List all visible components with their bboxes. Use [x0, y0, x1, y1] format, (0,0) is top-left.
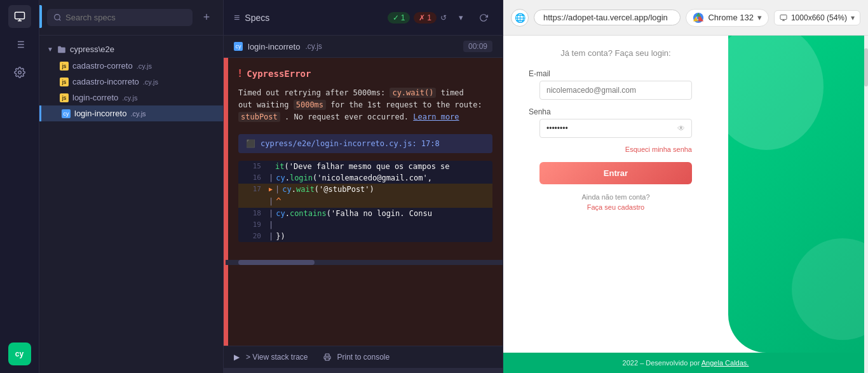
login-footer: 2022 – Desenvolvido por Angela Caldas.: [503, 353, 868, 373]
error-type: CypressError: [247, 69, 311, 79]
add-spec-button[interactable]: +: [198, 9, 215, 27]
js-file-icon: js: [60, 78, 69, 86]
code-preview: 15 it('Deve falhar mesmo que os campos s…: [238, 161, 492, 242]
file-name: login-correto: [72, 93, 118, 102]
deco-wave-2: [792, 238, 868, 340]
settings-icon-btn[interactable]: [8, 61, 31, 84]
monitor-icon-btn[interactable]: [8, 5, 31, 28]
scrollbar-thumb: [238, 260, 315, 265]
search-box[interactable]: [47, 9, 193, 26]
file-cadastro-correto[interactable]: js cadastro-correto.cy.js: [39, 58, 223, 74]
list-icon-btn[interactable]: [8, 33, 31, 56]
cypress-logo[interactable]: cy: [8, 342, 31, 365]
svg-point-7: [18, 71, 21, 74]
vertical-scrollbar[interactable]: [864, 36, 868, 373]
print-icon: [323, 353, 331, 361]
file-login-incorreto[interactable]: cy login-incorreto.cy.js: [39, 105, 223, 121]
file-login-correto[interactable]: js login-correto.cy.js: [39, 90, 223, 105]
url-text: https://adopet-tau.vercel.app/login: [543, 13, 668, 22]
folder-icon: [57, 45, 66, 54]
folder-name: cypress\e2e: [70, 44, 114, 54]
cy-file-icon: cy: [62, 109, 71, 118]
svg-rect-19: [780, 15, 787, 19]
test-file-icon: cy: [234, 42, 243, 51]
svg-rect-0: [15, 12, 24, 19]
svg-point-13: [55, 15, 60, 20]
error-stripe: [226, 58, 228, 346]
chrome-icon: [693, 12, 704, 24]
login-button[interactable]: Entrar: [539, 162, 692, 184]
error-message: Timed out retrying after 5000ms: cy.wait…: [238, 87, 492, 124]
dropdown-button[interactable]: ▾: [452, 9, 470, 27]
file-ext: .cy.js: [143, 78, 158, 86]
code-line-17: 17 ▶ | cy.wait('@stubPost'): [238, 184, 492, 195]
no-account-text: Ainda não tem conta?: [581, 193, 649, 201]
sidebar-header: +: [39, 0, 223, 36]
sidebar: + ▼ cypress\e2e js cadastro-correto.cy.j…: [39, 0, 224, 373]
test-file-header: cy login-incorreto .cy.js 00:09: [224, 36, 503, 58]
js-file-icon: js: [60, 93, 69, 102]
active-indicator: [39, 5, 42, 28]
login-decoration: [728, 36, 868, 353]
bottom-scrollbar[interactable]: [224, 368, 503, 373]
address-bar[interactable]: https://adopet-tau.vercel.app/login: [534, 10, 681, 25]
browser-viewport: Já tem conta? Faça seu login: E-mail Sen…: [503, 36, 868, 373]
email-input-wrapper[interactable]: [539, 81, 692, 100]
check-icon: ✓: [393, 13, 399, 22]
file-name: login-incorreto: [74, 109, 126, 118]
resolution-button[interactable]: 1000x660 (54%) ▾: [774, 10, 860, 25]
reload-button[interactable]: [475, 9, 492, 27]
resolution-text: 1000x660 (54%): [791, 13, 847, 22]
forgot-password-link[interactable]: Esqueci minha senha: [539, 146, 692, 153]
resolution-icon: [780, 14, 787, 22]
search-input[interactable]: [65, 13, 186, 22]
search-icon: [53, 13, 62, 22]
test-output: cy login-incorreto .cy.js 00:09 ! Cypres…: [224, 36, 503, 373]
deco-wave-1: [728, 36, 824, 150]
chrome-dropdown-icon[interactable]: ▾: [757, 13, 762, 22]
test-file-name: login-incorreto: [248, 42, 300, 51]
register-link[interactable]: Faça seu cadastro: [587, 203, 645, 211]
chevron-down-icon: ▼: [47, 46, 53, 53]
email-input[interactable]: [546, 86, 685, 95]
view-stack-trace-label: > View stack trace: [246, 353, 308, 362]
view-stack-trace-button[interactable]: ▶ > View stack trace: [234, 353, 308, 362]
test-badges: ✓ 1 ✗ 1 ↺: [388, 12, 447, 24]
pending-badge: ↺: [440, 13, 447, 22]
login-main: Já tem conta? Faça seu login: E-mail Sen…: [503, 36, 868, 353]
main-panel: ≡ Specs ✓ 1 ✗ 1 ↺ ▾: [224, 0, 503, 373]
svg-rect-15: [325, 358, 329, 360]
error-loc-text: cypress/e2e/login-incorreto.cy.js: 17:8: [261, 139, 440, 148]
error-exclamation-icon: !: [238, 68, 241, 79]
pass-count: 1: [401, 13, 405, 22]
browser-toolbar: 🌐 https://adopet-tau.vercel.app/login Ch…: [503, 0, 868, 36]
file-name: cadastro-incorreto: [72, 77, 139, 86]
file-name: cadastro-correto: [72, 61, 133, 71]
password-input[interactable]: [546, 124, 677, 133]
learn-more-link[interactable]: Learn more: [413, 112, 459, 121]
error-location: ⬛ cypress/e2e/login-incorreto.cy.js: 17:…: [238, 134, 492, 153]
tree-folder-e2e[interactable]: ▼ cypress\e2e: [39, 41, 223, 58]
print-to-console-button[interactable]: Print to console: [323, 353, 390, 362]
horizontal-scrollbar[interactable]: [226, 260, 503, 265]
footer-text: 2022 – Desenvolvido por: [623, 359, 702, 367]
file-cadastro-incorreto[interactable]: js cadastro-incorreto.cy.js: [39, 74, 223, 90]
footer-author-link[interactable]: Angela Caldas.: [702, 359, 749, 367]
print-to-console-label: Print to console: [337, 353, 390, 362]
error-title-row: ! CypressError: [238, 68, 492, 79]
code-line-19: 19 |: [238, 219, 492, 231]
specs-header: ≡ Specs ✓ 1 ✗ 1 ↺ ▾: [224, 0, 503, 36]
file-ext: .cy.js: [130, 110, 146, 118]
password-input-wrapper[interactable]: 👁: [539, 119, 692, 138]
login-form-area: Já tem conta? Faça seu login: E-mail Sen…: [503, 36, 728, 353]
error-block: ! CypressError Timed out retrying after …: [224, 58, 503, 346]
action-row: ▶ > View stack trace Print to console: [224, 346, 503, 368]
globe-icon: 🌐: [511, 9, 529, 27]
password-toggle-icon[interactable]: 👁: [677, 124, 685, 133]
file-ext: .cy.js: [122, 94, 137, 102]
v-scrollbar-thumb: [864, 48, 868, 86]
code-caret-line: | ^: [238, 195, 492, 208]
login-page: Já tem conta? Faça seu login: E-mail Sen…: [503, 36, 868, 373]
pass-badge: ✓ 1: [388, 12, 410, 24]
fail-count: 1: [427, 13, 431, 22]
